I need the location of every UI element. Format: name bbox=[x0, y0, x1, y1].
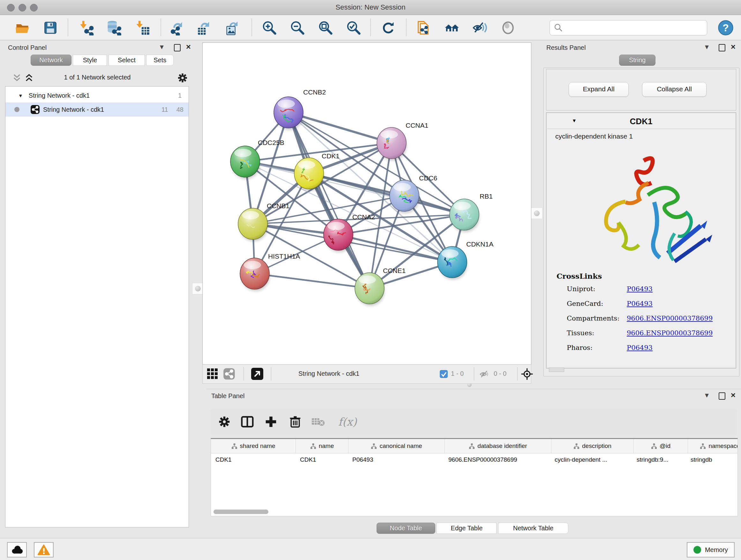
hidden-eye-slash-icon[interactable] bbox=[479, 369, 490, 379]
create-column-button[interactable] bbox=[263, 414, 279, 430]
memory-button[interactable]: Memory bbox=[687, 542, 735, 557]
column-type-icon bbox=[231, 443, 238, 449]
column-header-shared-name[interactable]: shared name bbox=[211, 439, 296, 453]
show-columns-button[interactable] bbox=[239, 414, 255, 430]
horizontal-scrollbar[interactable] bbox=[213, 509, 268, 514]
column-header-@id[interactable]: @id bbox=[634, 439, 688, 453]
help-button[interactable]: ? bbox=[718, 19, 734, 36]
selected-checkbox-icon[interactable] bbox=[440, 370, 448, 378]
hide-results-button[interactable] bbox=[472, 19, 488, 36]
string-results-container: Expand All Collapse All ▼ CDK1 cyclin-de… bbox=[543, 68, 739, 376]
svg-text:CCNB2: CCNB2 bbox=[303, 88, 326, 96]
left-splitter-handle[interactable] bbox=[192, 283, 204, 294]
collapse-panel-icon[interactable]: ▼ bbox=[158, 44, 165, 51]
crosslink-label: Tissues: bbox=[567, 329, 594, 337]
export-image-button[interactable] bbox=[224, 19, 241, 36]
close-panel-icon[interactable]: ✕ bbox=[731, 44, 736, 51]
expand-all-button[interactable]: Expand All bbox=[569, 82, 629, 97]
gene-entry-header[interactable]: ▼ CDK1 bbox=[547, 113, 735, 129]
tab-select[interactable]: Select bbox=[109, 55, 145, 66]
column-header-description[interactable]: description bbox=[551, 439, 634, 453]
network-collection-row[interactable]: ▼ String Network - cdk1 1 bbox=[5, 88, 189, 103]
birds-eye-grid-icon[interactable] bbox=[206, 368, 219, 380]
card-scrollbar-piece[interactable] bbox=[549, 368, 564, 372]
network-canvas[interactable]: CCNB2CCNA1CDC25BCDK1CDC6RB1CCNB1CCNA2CDK… bbox=[202, 43, 531, 365]
zoom-in-button[interactable] bbox=[261, 19, 278, 36]
search-field[interactable] bbox=[549, 20, 707, 36]
svg-text:CDK1: CDK1 bbox=[322, 152, 340, 160]
tab-edge-table[interactable]: Edge Table bbox=[436, 523, 496, 534]
crosslink-link[interactable]: 9606.ENSP00000378699 bbox=[627, 329, 713, 337]
import-table-button[interactable] bbox=[134, 19, 151, 36]
crosslink-link[interactable]: P06493 bbox=[627, 300, 653, 307]
float-panel-icon[interactable] bbox=[719, 392, 725, 400]
network-row[interactable]: String Network - cdk1 11 48 bbox=[5, 103, 189, 117]
column-header-namespace[interactable]: namespace bbox=[688, 439, 738, 453]
import-network-database-button[interactable] bbox=[105, 19, 122, 36]
crosslink-row: GeneCard:P06493 bbox=[546, 297, 736, 311]
tab-style[interactable]: Style bbox=[73, 55, 107, 66]
search-input[interactable] bbox=[566, 24, 707, 32]
warning-icon bbox=[37, 544, 50, 556]
houses-icon bbox=[444, 20, 460, 36]
crosslink-link[interactable]: 9606.ENSP00000378699 bbox=[627, 314, 713, 322]
table-row[interactable]: CDK1CDK1P064939606.ENSP00000378699cyclin… bbox=[211, 453, 738, 466]
close-panel-icon[interactable]: ✕ bbox=[731, 392, 736, 399]
detach-view-button[interactable] bbox=[251, 368, 263, 380]
network-overview-icon[interactable] bbox=[223, 368, 235, 380]
delete-table-button-disabled[interactable] bbox=[310, 414, 326, 430]
right-splitter-handle[interactable] bbox=[531, 207, 542, 219]
zoom-selected-button[interactable] bbox=[345, 19, 362, 36]
cloud-button[interactable] bbox=[7, 542, 27, 557]
tab-string[interactable]: String bbox=[619, 55, 656, 66]
collapse-panel-icon[interactable]: ▼ bbox=[704, 392, 710, 399]
table-tabs: Node Table Edge Table Network Table bbox=[377, 523, 568, 535]
function-builder-button-disabled[interactable]: f(x) bbox=[333, 414, 362, 430]
fit-center-crosshair-icon[interactable] bbox=[521, 368, 533, 380]
help-icon: ? bbox=[718, 19, 734, 37]
search-icon bbox=[554, 23, 563, 33]
float-panel-icon[interactable] bbox=[174, 44, 181, 51]
crosslink-link[interactable]: P06493 bbox=[627, 285, 653, 293]
column-type-icon bbox=[651, 443, 657, 449]
warnings-button[interactable] bbox=[34, 542, 54, 557]
tab-network[interactable]: Network bbox=[30, 55, 71, 66]
home-networks-button[interactable] bbox=[444, 19, 460, 36]
close-panel-icon[interactable]: ✕ bbox=[186, 44, 191, 51]
title-bar: Session: New Session bbox=[0, 0, 741, 15]
network-from-file-button[interactable] bbox=[415, 19, 432, 36]
table-body: CDK1CDK1P064939606.ENSP00000378699cyclin… bbox=[211, 453, 738, 466]
column-header-canonical-name[interactable]: canonical name bbox=[348, 439, 445, 453]
gear-icon[interactable] bbox=[177, 72, 188, 83]
network-node-CCNB1: CCNB1 bbox=[238, 202, 289, 241]
crosslinks-list: Uniprot:P06493GeneCard:P06493Compartment… bbox=[546, 282, 736, 355]
refresh-button[interactable] bbox=[380, 19, 396, 36]
zoom-fit-button[interactable] bbox=[317, 19, 334, 36]
table-cell: CDK1 bbox=[211, 453, 295, 466]
crosslink-link[interactable]: P06493 bbox=[627, 344, 653, 352]
column-header-database-identifier[interactable]: database identifier bbox=[445, 439, 551, 453]
delete-column-button[interactable] bbox=[287, 414, 303, 430]
import-network-file-button[interactable] bbox=[78, 19, 94, 36]
collapse-all-button[interactable]: Collapse All bbox=[642, 82, 706, 97]
network-graph[interactable]: CCNB2CCNA1CDC25BCDK1CDC6RB1CCNB1CCNA2CDK… bbox=[203, 43, 531, 364]
column-type-icon bbox=[574, 443, 580, 449]
network-node-CCNB2: CCNB2 bbox=[274, 88, 326, 130]
tab-node-table[interactable]: Node Table bbox=[377, 523, 435, 534]
float-panel-icon[interactable] bbox=[719, 44, 725, 51]
expander-down-icon[interactable]: ▼ bbox=[18, 93, 23, 98]
save-session-button[interactable] bbox=[42, 19, 59, 36]
export-table-button[interactable] bbox=[196, 19, 212, 36]
show-glass-ball-button[interactable] bbox=[500, 19, 516, 36]
northeast-arrow-icon bbox=[251, 368, 263, 380]
open-session-button[interactable] bbox=[14, 19, 30, 36]
zoom-out-button[interactable] bbox=[289, 19, 306, 36]
table-settings-button[interactable] bbox=[216, 414, 232, 430]
node-table[interactable]: shared namenamecanonical namedatabase id… bbox=[211, 438, 738, 516]
export-network-button[interactable] bbox=[169, 19, 185, 36]
tab-sets[interactable]: Sets bbox=[146, 55, 174, 66]
collapse-panel-icon[interactable]: ▼ bbox=[704, 44, 710, 51]
tab-network-table[interactable]: Network Table bbox=[498, 523, 568, 534]
column-header-name[interactable]: name bbox=[296, 439, 348, 453]
status-separator bbox=[474, 367, 474, 381]
